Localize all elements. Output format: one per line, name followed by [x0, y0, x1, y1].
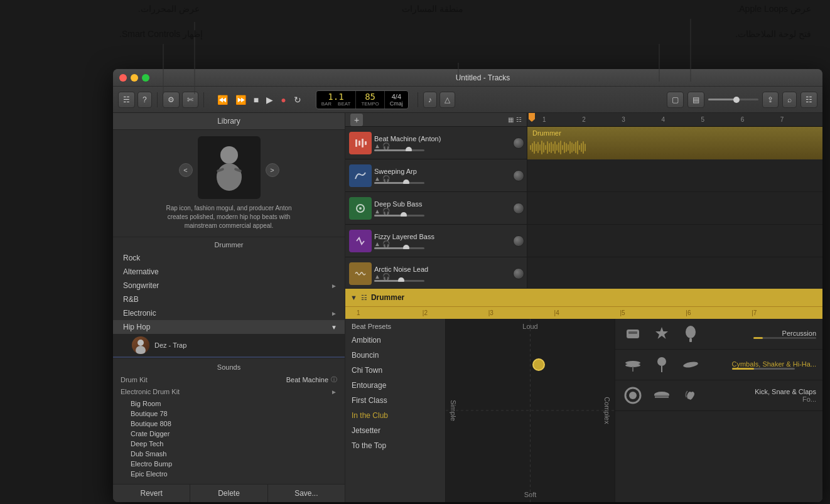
track-pan-knob-3[interactable] — [513, 203, 524, 214]
kit-item-deep-tech[interactable]: Deep Tech — [121, 439, 337, 449]
hand-clap-icon[interactable] — [679, 384, 702, 407]
genre-rock[interactable]: Rock — [113, 251, 345, 265]
genre-alternative[interactable]: Alternative — [113, 265, 345, 279]
bass-drum-icon[interactable] — [622, 384, 644, 407]
drummer-dez[interactable]: Dez - Trap — [113, 334, 345, 357]
track-volume-slider-2[interactable] — [374, 182, 424, 184]
next-drummer-button[interactable]: > — [266, 163, 279, 177]
headphone-icon-5[interactable]: 🎧 — [382, 273, 390, 280]
save-button[interactable]: Save... — [268, 485, 345, 502]
minimize-button[interactable] — [131, 74, 138, 82]
track-info-deep-sub-bass: Deep Sub Bass ▲ 🎧 — [374, 200, 510, 217]
play-button[interactable]: ▶ — [263, 94, 276, 106]
track-volume-slider-4[interactable] — [374, 247, 424, 249]
track-pan-knob-5[interactable] — [513, 268, 524, 279]
woodblock-icon[interactable] — [622, 323, 644, 345]
mute-icon-3[interactable]: ▲ — [374, 208, 380, 215]
maximize-button[interactable] — [142, 74, 149, 82]
headphone-icon[interactable]: 🎧 — [382, 142, 390, 149]
mute-icon-4[interactable]: ▲ — [374, 240, 380, 247]
preset-chi-town[interactable]: Chi Town — [345, 363, 445, 378]
help-button[interactable]: ? — [137, 92, 152, 108]
toolbar-separator-2 — [203, 92, 204, 107]
genre-hiphop[interactable]: Hip Hop ▼ — [113, 320, 345, 334]
xy-pad[interactable]: Loud Soft Simple Complex — [446, 319, 615, 502]
sounds-section: Sounds Drum Kit Beat Machine ⓘ Electroni… — [113, 358, 345, 484]
wf-bar — [532, 143, 533, 152]
preset-entourage[interactable]: Entourage — [345, 378, 445, 393]
share-button[interactable]: ⇪ — [762, 92, 779, 108]
headphone-icon-4[interactable]: 🎧 — [382, 240, 390, 247]
fast-forward-button[interactable]: ⏩ — [232, 94, 249, 106]
track-volume-slider-3[interactable] — [374, 215, 424, 217]
preset-bouncin[interactable]: Bouncin — [345, 348, 445, 363]
rewind-button[interactable]: ⏪ — [214, 94, 231, 106]
mute-icon-2[interactable]: ▲ — [374, 175, 380, 182]
lcd-position: 1.1 BAR BEAT — [316, 91, 357, 109]
hihat-icon[interactable] — [622, 353, 644, 376]
shaker-icon[interactable] — [679, 323, 702, 345]
maraca-icon[interactable] — [650, 353, 673, 376]
drummer-region[interactable]: Drummer — [527, 127, 822, 159]
star-icon[interactable] — [650, 323, 673, 345]
mute-icon-5[interactable]: ▲ — [374, 273, 380, 280]
wf-bar — [545, 145, 546, 150]
kit-item-electro-bump[interactable]: Electro Bump — [121, 459, 337, 469]
search-button[interactable]: ⌕ — [782, 92, 797, 108]
drum-kit-info-icon[interactable]: ⓘ — [331, 375, 337, 384]
xy-position-dot[interactable] — [532, 358, 545, 371]
mute-icon[interactable]: ▲ — [374, 142, 380, 149]
snare-icon[interactable] — [650, 384, 673, 407]
prev-drummer-button[interactable]: < — [179, 163, 193, 177]
track-pan-knob-2[interactable] — [513, 170, 524, 181]
wf-bar — [551, 142, 552, 153]
kit-item-dub-smash[interactable]: Dub Smash — [121, 449, 337, 459]
record-button[interactable]: ● — [278, 94, 289, 106]
close-button[interactable] — [119, 74, 127, 82]
zoom-slider[interactable] — [708, 99, 758, 100]
kit-item-big-room[interactable]: Big Room — [121, 399, 337, 409]
drum-ruler-7: |7 — [752, 309, 817, 316]
genre-electronic[interactable]: Electronic ► — [113, 306, 345, 320]
track-volume-slider[interactable] — [374, 149, 424, 151]
note-icon-button[interactable]: ♪ — [423, 92, 437, 108]
percussion-slider[interactable] — [753, 337, 816, 339]
track-header-grid-icon[interactable]: ☷ — [516, 116, 522, 123]
stop-button[interactable]: ■ — [251, 94, 262, 106]
track-volume-slider-5[interactable] — [374, 280, 424, 282]
editor-grid-icon[interactable]: ☷ — [361, 294, 367, 302]
preset-to-the-top[interactable]: To the Top — [345, 438, 445, 453]
toolbar-right: ▢ ▤ ⇪ ⌕ ☷ — [667, 92, 817, 108]
editor-triangle-icon[interactable]: ▼ — [350, 294, 357, 301]
revert-button[interactable]: Revert — [113, 485, 190, 502]
kit-item-epic-electro[interactable]: Epic Electro — [121, 469, 337, 479]
track-pan-knob-4[interactable] — [513, 235, 524, 247]
genre-rb[interactable]: R&B — [113, 292, 345, 306]
scissors-button[interactable]: ✄ — [182, 92, 198, 108]
smart-controls-button[interactable]: ▢ — [667, 92, 684, 108]
add-track-button[interactable]: + — [350, 114, 363, 126]
preset-jetsetter[interactable]: Jetsetter — [345, 423, 445, 438]
browser-button[interactable]: ☷ — [800, 92, 817, 108]
kit-item-boutique808[interactable]: Boutique 808 — [121, 419, 337, 429]
metronome-button[interactable]: △ — [439, 92, 455, 108]
delete-button[interactable]: Delete — [190, 485, 267, 502]
headphone-icon-2[interactable]: 🎧 — [382, 175, 390, 182]
kit-item-crate-digger[interactable]: Crate Digger — [121, 429, 337, 439]
preset-ambition[interactable]: Ambition — [345, 333, 445, 348]
genre-songwriter[interactable]: Songwriter ► — [113, 279, 345, 292]
cymbal-icon[interactable] — [679, 353, 702, 376]
cycle-button[interactable]: ↻ — [291, 94, 305, 106]
headphone-icon-3[interactable]: 🎧 — [382, 208, 390, 215]
cymbals-slider[interactable] — [732, 368, 795, 370]
kit-item-boutique78[interactable]: Boutique 78 — [121, 409, 337, 419]
library-toggle-button[interactable]: ☵ — [118, 92, 135, 108]
preset-first-class[interactable]: First Class — [345, 393, 445, 408]
zoom-thumb[interactable] — [733, 97, 740, 103]
track-header-sort-icon[interactable]: ▦ — [508, 116, 514, 123]
settings-button[interactable]: ⚙ — [163, 92, 180, 108]
preset-in-the-club[interactable]: In the Club — [345, 408, 445, 423]
track-pan-knob[interactable] — [513, 137, 524, 149]
tracks-area: + ▦ ☷ — [345, 113, 822, 289]
mixer-button[interactable]: ▤ — [687, 92, 704, 108]
